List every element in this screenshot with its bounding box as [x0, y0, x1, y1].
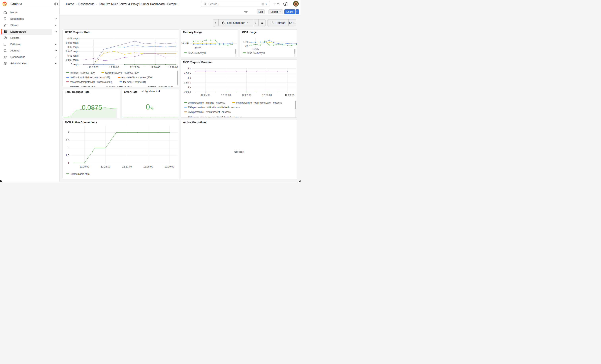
svg-text:12:25:00: 12:25:00	[201, 94, 210, 97]
svg-text:2.5: 2.5	[66, 139, 69, 142]
svg-text:0.025 req/s: 0.025 req/s	[66, 41, 79, 44]
svg-text:1.5: 1.5	[66, 154, 69, 157]
svg-text:12:28:00: 12:28:00	[262, 94, 272, 97]
svg-text:0.2%: 0.2%	[243, 41, 249, 43]
svg-text:12:25:00: 12:25:00	[80, 165, 89, 168]
svg-text:5 s: 5 s	[187, 67, 191, 70]
svg-text:0.015 req/s: 0.015 req/s	[66, 50, 79, 53]
svg-text:12:28:00: 12:28:00	[143, 165, 153, 168]
svg-text:0.02 req/s: 0.02 req/s	[67, 46, 79, 49]
svg-text:12:25: 12:25	[252, 48, 259, 50]
svg-text:4.50 s: 4.50 s	[184, 72, 191, 75]
svg-text:12:29:00: 12:29:00	[165, 165, 174, 168]
svg-text:12:29:00: 12:29:00	[168, 66, 178, 69]
svg-text:2.50 s: 2.50 s	[184, 91, 191, 93]
svg-text:12:28:00: 12:28:00	[150, 66, 160, 69]
svg-text:0 req/s: 0 req/s	[71, 63, 79, 66]
svg-text:12:26:00: 12:26:00	[221, 94, 231, 97]
svg-text:0.01 req/s: 0.01 req/s	[67, 54, 79, 57]
svg-text:12:26:00: 12:26:00	[101, 165, 110, 168]
svg-text:0.005 req/s: 0.005 req/s	[66, 59, 79, 61]
svg-text:3: 3	[68, 131, 69, 134]
svg-text:12:27:00: 12:27:00	[130, 66, 140, 69]
svg-text:16 MiB: 16 MiB	[181, 42, 189, 45]
svg-text:12:25: 12:25	[195, 47, 201, 50]
svg-text:0.03 req/s: 0.03 req/s	[67, 37, 79, 40]
svg-text:0%: 0%	[245, 45, 249, 47]
svg-text:12:27:00: 12:27:00	[242, 94, 251, 97]
svg-text:12:26:00: 12:26:00	[109, 66, 119, 69]
svg-text:3 s: 3 s	[187, 86, 191, 89]
svg-text:4 s: 4 s	[187, 77, 191, 79]
svg-text:12:25:00: 12:25:00	[89, 66, 98, 69]
svg-text:1: 1	[68, 162, 69, 164]
svg-text:12:29:00: 12:29:00	[285, 94, 295, 97]
svg-text:12:27:00: 12:27:00	[122, 165, 132, 168]
svg-text:2: 2	[68, 147, 69, 149]
svg-text:3.50 s: 3.50 s	[184, 81, 191, 84]
